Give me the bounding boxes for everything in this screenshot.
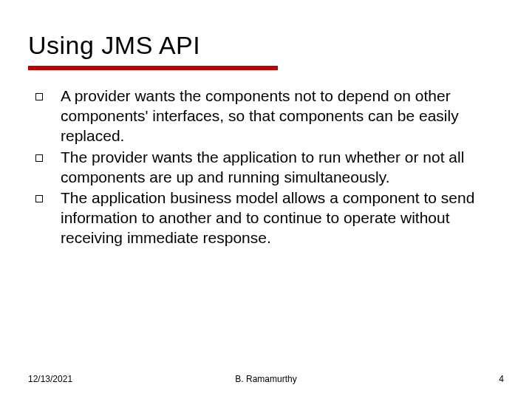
footer-page-number: 4: [345, 374, 504, 384]
title-underline: [28, 66, 278, 70]
list-item: A provider wants the components not to d…: [33, 86, 504, 146]
slide: Using JMS API A provider wants the compo…: [0, 0, 532, 399]
footer: 12/13/2021 B. Ramamurthy 4: [0, 374, 532, 384]
footer-author: B. Ramamurthy: [187, 374, 346, 384]
square-bullet-icon: [35, 195, 43, 202]
square-bullet-icon: [35, 93, 43, 100]
bullet-text: A provider wants the components not to d…: [61, 86, 504, 146]
footer-date: 12/13/2021: [28, 374, 187, 384]
slide-title: Using JMS API: [28, 31, 504, 60]
content-area: A provider wants the components not to d…: [28, 86, 504, 248]
bullet-text: The provider wants the application to ru…: [61, 148, 504, 188]
list-item: The application business model allows a …: [33, 188, 504, 248]
list-item: The provider wants the application to ru…: [33, 148, 504, 188]
bullet-text: The application business model allows a …: [61, 188, 504, 248]
square-bullet-icon: [35, 154, 43, 162]
